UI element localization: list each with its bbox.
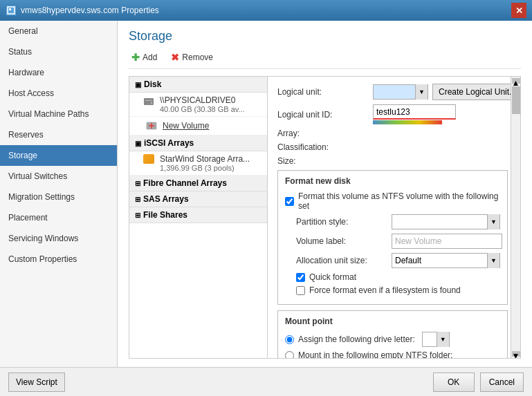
mount-point-section: Mount point Assign the following drive l… <box>277 310 508 358</box>
storage-layout: ▣ Disk \\PHYSICALDRIVE0 40.00 GB (30.38 … <box>129 76 521 359</box>
sidebar-item-custom-properties[interactable]: Custom Properties <box>0 249 117 270</box>
detail-panel: Logical unit: ▼ Create Logical Unit... L… <box>268 77 520 358</box>
format-checkbox-label: Format this volume as NTFS volume with t… <box>298 191 500 211</box>
fibre-section-header[interactable]: ⊞ Fibre Channel Arrays <box>129 176 267 191</box>
close-button[interactable]: ✕ <box>511 3 526 18</box>
iscsi-item-text: StarWind Storage Arra... 1,396.99 GB (3 … <box>160 154 250 172</box>
fibre-expand-icon: ⊞ <box>135 180 140 187</box>
scrollbar-up-arrow[interactable]: ▲ <box>512 78 520 84</box>
logical-unit-value: ▼ Create Logical Unit... <box>373 84 520 100</box>
sidebar-item-virtual-switches[interactable]: Virtual Switches <box>0 166 117 187</box>
format-checkbox[interactable] <box>285 197 294 206</box>
ntfs-folder-radio[interactable] <box>285 351 294 359</box>
main-content: Storage ✚ Add ✖ Remove ▣ <box>118 21 532 367</box>
bottom-bar: View Script OK Cancel <box>0 367 532 396</box>
create-logical-unit-button[interactable]: Create Logical Unit... <box>432 84 520 100</box>
disk-item-icon <box>143 95 156 108</box>
disk-expand-icon: ▣ <box>135 81 141 88</box>
format-checkbox-row: Format this volume as NTFS volume with t… <box>285 191 500 211</box>
iscsi-item-sub: 1,396.99 GB (3 pools) <box>160 164 250 172</box>
ok-button[interactable]: OK <box>433 373 475 392</box>
bottom-left: View Script <box>8 373 65 392</box>
logical-unit-dropdown[interactable]: ▼ <box>373 84 428 100</box>
scrollbar-track[interactable]: ▲ ▼ <box>511 77 520 358</box>
size-row: Size: <box>277 156 508 166</box>
physicaldrive0-item[interactable]: \\PHYSICALDRIVE0 40.00 GB (30.38 GB av..… <box>129 93 267 117</box>
view-script-button[interactable]: View Script <box>8 373 65 392</box>
disk-section-header[interactable]: ▣ Disk <box>129 77 267 93</box>
volume-label-input[interactable] <box>392 234 502 249</box>
quick-format-label: Quick format <box>309 272 356 282</box>
logical-unit-id-label: Logical unit ID: <box>277 110 367 120</box>
logical-unit-dropdown-arrow[interactable]: ▼ <box>415 84 428 100</box>
remove-icon: ✖ <box>171 52 179 63</box>
disk-item-name: \\PHYSICALDRIVE0 <box>160 95 245 105</box>
allocation-unit-dropdown[interactable]: Default ▼ <box>392 253 500 268</box>
assign-drive-radio[interactable] <box>285 335 294 344</box>
sidebar-item-virtual-machine-paths[interactable]: Virtual Machine Paths <box>0 104 117 124</box>
sidebar-item-servicing-windows[interactable]: Servicing Windows <box>0 228 117 249</box>
force-format-row: Force format even if a filesystem is fou… <box>296 285 500 295</box>
sidebar-item-host-access[interactable]: Host Access <box>0 83 117 104</box>
sidebar-item-hardware[interactable]: Hardware <box>0 62 117 83</box>
add-icon: ✚ <box>131 52 140 63</box>
allocation-unit-dropdown-inner: Default <box>392 256 487 265</box>
iscsi-section-header[interactable]: ▣ iSCSI Arrays <box>129 135 267 151</box>
array-row: Array: <box>277 129 508 138</box>
size-label: Size: <box>277 156 367 166</box>
logical-unit-id-row: Logical unit ID: <box>277 104 508 124</box>
drive-letter-dropdown[interactable]: ▼ <box>422 332 450 347</box>
cancel-button[interactable]: Cancel <box>480 373 524 392</box>
sidebar-item-migration-settings[interactable]: Migration Settings <box>0 187 117 207</box>
iscsi-item[interactable]: StarWind Storage Arra... 1,396.99 GB (3 … <box>129 151 267 176</box>
mount-point-title: Mount point <box>285 317 500 326</box>
sidebar-item-reserves[interactable]: Reserves <box>0 124 117 145</box>
add-button[interactable]: ✚ Add <box>129 50 160 64</box>
file-shares-section-label: File Shares <box>143 210 187 220</box>
sidebar-item-status[interactable]: Status <box>0 41 117 62</box>
main-container: General Status Hardware Host Access Virt… <box>0 21 532 396</box>
partition-style-dropdown-arrow[interactable]: ▼ <box>487 214 499 229</box>
assign-drive-letter-row: Assign the following drive letter: ▼ <box>285 332 500 347</box>
svg-point-4 <box>151 102 152 104</box>
tree-panel: ▣ Disk \\PHYSICALDRIVE0 40.00 GB (30.38 … <box>129 77 268 358</box>
iscsi-item-name: StarWind Storage Arra... <box>160 154 250 164</box>
new-volume-icon <box>146 120 158 132</box>
format-section-title: Format new disk <box>285 176 500 186</box>
quick-format-checkbox[interactable] <box>296 273 305 282</box>
force-format-checkbox[interactable] <box>296 286 305 295</box>
drive-letter-dropdown-arrow[interactable]: ▼ <box>437 332 449 347</box>
scrollbar-down-arrow[interactable]: ▼ <box>512 351 520 357</box>
sidebar-item-placement[interactable]: Placement <box>0 207 117 228</box>
svg-rect-1 <box>9 8 11 10</box>
classification-row: Classification: <box>277 142 508 152</box>
svg-rect-2 <box>144 98 154 105</box>
array-label: Array: <box>277 129 367 138</box>
sas-section-header[interactable]: ⊞ SAS Arrays <box>129 191 267 207</box>
logical-unit-id-input[interactable] <box>373 104 456 120</box>
svg-rect-3 <box>145 100 152 101</box>
remove-button[interactable]: ✖ Remove <box>168 50 216 64</box>
sidebar: General Status Hardware Host Access Virt… <box>0 21 118 367</box>
app-icon <box>6 5 17 16</box>
disk-section-label: Disk <box>144 79 161 89</box>
toolbar: ✚ Add ✖ Remove <box>129 50 521 69</box>
quick-format-row: Quick format <box>296 272 500 282</box>
file-shares-section-header[interactable]: ⊞ File Shares <box>129 207 267 223</box>
file-shares-expand-icon: ⊞ <box>135 211 140 219</box>
scrollbar-thumb[interactable] <box>512 86 520 114</box>
window-title: vmws8hypervdev.sws.com Properties <box>21 6 159 15</box>
iscsi-section-label: iSCSI Arrays <box>144 138 194 148</box>
sidebar-item-general[interactable]: General <box>0 21 117 41</box>
add-label: Add <box>143 53 157 62</box>
allocation-unit-dropdown-arrow[interactable]: ▼ <box>487 253 499 268</box>
logical-unit-row: Logical unit: ▼ Create Logical Unit... <box>277 84 508 100</box>
sas-expand-icon: ⊞ <box>135 196 140 203</box>
partition-style-row: Partition style: ▼ <box>296 214 500 229</box>
new-volume-item[interactable]: New Volume <box>129 117 267 135</box>
partition-style-dropdown[interactable]: ▼ <box>392 214 500 229</box>
disk-item-text: \\PHYSICALDRIVE0 40.00 GB (30.38 GB av..… <box>160 95 245 113</box>
allocation-unit-label: Allocation unit size: <box>296 256 386 265</box>
ntfs-folder-label: Mount in the following empty NTFS folder… <box>298 350 452 358</box>
sidebar-item-storage[interactable]: Storage <box>0 145 117 166</box>
